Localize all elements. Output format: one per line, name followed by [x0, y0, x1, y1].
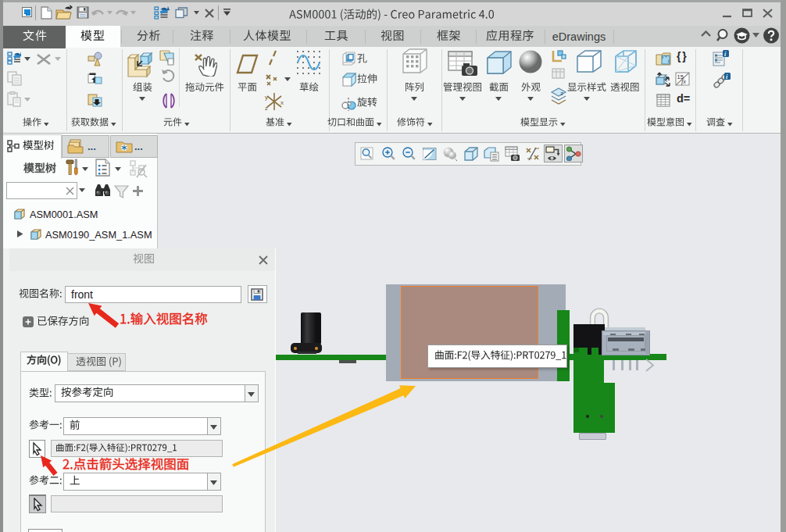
svg-text:z: z: [560, 90, 563, 97]
svg-text:x: x: [280, 99, 284, 106]
svg-text:z: z: [265, 105, 268, 112]
svg-text:fx: fx: [681, 77, 686, 85]
svg-text:y: y: [265, 94, 268, 101]
